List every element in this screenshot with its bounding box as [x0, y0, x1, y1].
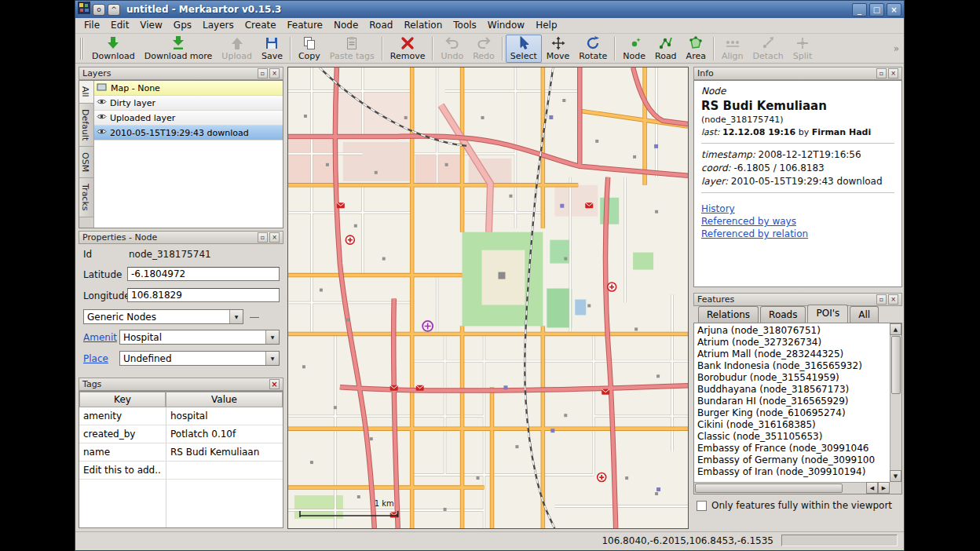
- toolbar-grip[interactable]: [80, 38, 84, 60]
- toolbar-select-button[interactable]: Select: [506, 35, 542, 63]
- feature-item[interactable]: Borobudur (node_315541959): [696, 372, 889, 384]
- toolbar-rotate-button[interactable]: Rotate: [574, 35, 612, 63]
- toolbar-align-button[interactable]: Align: [717, 35, 748, 63]
- toolbar-save-button[interactable]: Save: [257, 35, 287, 63]
- feature-item[interactable]: Bundaran HI (node_316565929): [696, 396, 889, 407]
- menu-node[interactable]: Node: [328, 18, 364, 33]
- feature-item[interactable]: Embassy of Iran (node_309910194): [696, 466, 889, 478]
- layers-tab-all[interactable]: All: [79, 81, 93, 104]
- feature-item[interactable]: Bank Indonesia (node_316565932): [696, 360, 889, 372]
- layers-tab-osm[interactable]: OSM: [79, 147, 93, 178]
- referenced-by-relation-link[interactable]: Referenced by relation: [701, 228, 894, 239]
- tag-row-amenity[interactable]: amenity hospital: [79, 407, 283, 425]
- tab-roads[interactable]: Roads: [760, 306, 806, 323]
- post-office-icon[interactable]: [602, 389, 609, 395]
- menu-create[interactable]: Create: [240, 18, 282, 33]
- toolbar-paste-tags-button[interactable]: Paste tags: [325, 35, 379, 63]
- longitude-field[interactable]: [127, 288, 280, 302]
- shade-button[interactable]: ^: [108, 4, 120, 16]
- tag-row-name[interactable]: name RS Budi Kemuliaan: [79, 443, 283, 462]
- layers-tab-default[interactable]: Default: [79, 104, 93, 147]
- toolbar-copy-button[interactable]: Copy: [294, 35, 325, 63]
- eye-icon[interactable]: [97, 97, 107, 108]
- hospital-icon[interactable]: [608, 283, 616, 291]
- amenity-combo[interactable]: Hospital ▼: [119, 330, 280, 345]
- menu-tools[interactable]: Tools: [448, 18, 482, 33]
- post-office-icon[interactable]: [585, 203, 593, 208]
- latitude-field[interactable]: [127, 267, 280, 281]
- toolbar-detach-button[interactable]: Detach: [748, 35, 788, 63]
- feature-item[interactable]: Atrium (node_327326734): [696, 337, 889, 348]
- properties-dock-titlebar[interactable]: Properties - Node ▫ ×: [79, 231, 283, 244]
- maximize-button[interactable]: □: [869, 3, 884, 16]
- post-office-icon[interactable]: [390, 512, 398, 517]
- tags-column-value[interactable]: Value: [166, 392, 283, 407]
- post-office-icon[interactable]: [337, 203, 345, 208]
- properties-dock-close-button[interactable]: ×: [269, 232, 280, 243]
- feature-item[interactable]: Embassy of France (node_30991046: [696, 443, 889, 454]
- hospital-icon[interactable]: [598, 473, 606, 482]
- node-type-combo[interactable]: Generic Nodes ▼: [83, 309, 243, 324]
- menu-help[interactable]: Help: [530, 18, 562, 33]
- tags-dock-close-button[interactable]: ×: [269, 379, 280, 389]
- layers-dock-float-button[interactable]: ▫: [258, 68, 268, 78]
- feature-item[interactable]: Cikini (node_316168385): [696, 419, 889, 431]
- place-link[interactable]: Place: [83, 353, 108, 364]
- viewport-filter-checkbox[interactable]: [697, 501, 707, 511]
- toolbar-road-button[interactable]: Road: [650, 35, 682, 63]
- toolbar-download-more-button[interactable]: Download more: [140, 35, 218, 63]
- toolbar-split-button[interactable]: Split: [788, 35, 817, 63]
- features-dock-close-button[interactable]: ×: [888, 294, 898, 305]
- layer-row-uploaded[interactable]: Uploaded layer: [94, 111, 283, 126]
- scrollbar-thumb[interactable]: [695, 483, 843, 493]
- scroll-up-icon[interactable]: ▲: [890, 323, 901, 335]
- scroll-right-icon[interactable]: ▶: [878, 482, 890, 494]
- layer-row-download[interactable]: 2010-05-15T19:29:43 download: [94, 126, 283, 140]
- feature-item[interactable]: Atrium Mall (node_283244325): [696, 348, 889, 360]
- scrollbar-thumb[interactable]: [891, 336, 901, 394]
- toolbar-download-button[interactable]: Download: [87, 35, 140, 63]
- feature-item[interactable]: Burger King (node_610695274): [696, 407, 889, 419]
- menu-relation[interactable]: Relation: [398, 18, 448, 33]
- map-canvas[interactable]: 1 km: [287, 67, 689, 529]
- menu-layers[interactable]: Layers: [197, 18, 240, 33]
- feature-item[interactable]: Classic (node_351105653): [696, 431, 889, 443]
- history-link[interactable]: History: [701, 203, 894, 214]
- sticky-button[interactable]: o: [93, 4, 105, 16]
- features-dock-titlebar[interactable]: Features ▫ ×: [693, 293, 902, 306]
- tab-relations[interactable]: Relations: [698, 306, 759, 323]
- layers-dock-titlebar[interactable]: Layers ▫ ×: [79, 67, 283, 80]
- info-dock-titlebar[interactable]: Info ▫ ×: [693, 67, 902, 80]
- tab-pois[interactable]: POI's: [807, 305, 848, 323]
- eye-icon[interactable]: [97, 112, 107, 123]
- hospital-icon[interactable]: [346, 235, 354, 244]
- feature-item[interactable]: Buddhayana (node_318567173): [696, 384, 889, 396]
- tag-row-new[interactable]: Edit this to add...: [79, 462, 283, 480]
- app-icon[interactable]: [78, 2, 90, 17]
- close-button[interactable]: ×: [887, 3, 901, 16]
- menu-gps[interactable]: Gps: [168, 18, 197, 33]
- menu-feature[interactable]: Feature: [282, 18, 328, 33]
- toolbar-upload-button[interactable]: Upload: [217, 35, 257, 63]
- info-dock-float-button[interactable]: ▫: [876, 68, 887, 78]
- menu-edit[interactable]: Edit: [105, 18, 134, 33]
- horizontal-scrollbar[interactable]: ◀ ▶: [694, 482, 890, 494]
- layer-row-dirty[interactable]: Dirty layer: [94, 96, 283, 111]
- feature-item[interactable]: Arjuna (node_318076751): [696, 325, 889, 337]
- layers-tab-tracks[interactable]: Tracks: [79, 178, 93, 217]
- place-combo[interactable]: Undefined ▼: [119, 351, 280, 366]
- toolbar-area-button[interactable]: Area: [682, 35, 711, 63]
- toolbar-undo-button[interactable]: Undo: [436, 35, 468, 63]
- toolbar-extension-arrow[interactable]: »: [890, 43, 902, 54]
- layer-row-map[interactable]: Map - None: [94, 81, 283, 96]
- menu-file[interactable]: File: [79, 18, 105, 33]
- tab-all[interactable]: All: [850, 306, 879, 323]
- post-office-icon[interactable]: [416, 385, 424, 391]
- toolbar-move-button[interactable]: Move: [542, 35, 575, 63]
- scroll-down-icon[interactable]: ▼: [890, 470, 901, 482]
- scroll-left-icon[interactable]: ◀: [866, 482, 878, 494]
- layers-dock-close-button[interactable]: ×: [269, 68, 280, 78]
- tags-dock-titlebar[interactable]: Tags ×: [79, 378, 283, 391]
- toolbar-remove-button[interactable]: Remove: [386, 35, 430, 63]
- titlebar[interactable]: o ^ untitled - Merkaartor v0.15.3 _ □ ×: [75, 1, 904, 18]
